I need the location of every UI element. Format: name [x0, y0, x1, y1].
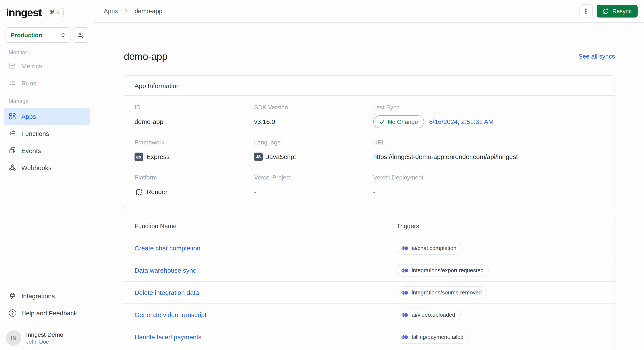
field-label: URL: [373, 139, 604, 145]
trigger-name: ai/video.uploaded: [412, 311, 455, 318]
field-value: ex Express: [134, 150, 254, 163]
check-icon: [379, 119, 385, 125]
framework-value: Express: [146, 152, 170, 162]
page-title: demo-app: [124, 51, 168, 62]
event-ripple-icon: [401, 334, 409, 340]
sidebar-item-label: Webhooks: [21, 164, 52, 171]
sidebar-item-integrations[interactable]: Integrations: [0, 287, 94, 304]
javascript-icon: JS: [254, 153, 263, 161]
event-ripple-icon: [401, 289, 409, 295]
last-sync-timestamp[interactable]: 8/16/2024, 2:51:31 AM: [429, 117, 494, 127]
metrics-chart-icon: [8, 62, 16, 70]
sidebar-item-webhooks[interactable]: Webhooks: [0, 159, 94, 176]
table-row: Handle failed payments billing/payment.f…: [124, 326, 614, 348]
logo-row: inngest ⌘ K: [0, 0, 94, 25]
functions-table-header: Function Name Triggers: [124, 215, 614, 237]
sidebar-spacer: [0, 176, 94, 287]
webhooks-nodes-icon: [8, 164, 16, 171]
inngest-logo: inngest: [6, 7, 42, 18]
runs-list-icon: [8, 79, 16, 87]
sidebar-item-functions[interactable]: Functions: [0, 125, 94, 142]
kebab-menu-icon: [582, 7, 589, 15]
trigger-name: integrations/export.requested: [412, 267, 484, 273]
table-row: Generate video transcript ai/video.uploa…: [124, 303, 614, 326]
field-value: Render: [134, 185, 254, 198]
field-language: Language JS JavaScript: [254, 139, 373, 163]
user-meta: Inngest Demo John Doe: [26, 331, 63, 345]
sidebar-item-help-feedback[interactable]: ? Help and Feedback: [0, 304, 94, 321]
sidebar-item-label: Apps: [21, 113, 36, 120]
column-function-name: Function Name: [124, 223, 397, 229]
field-label: Vercel Project: [254, 174, 373, 180]
app-information-card: App Information ID demo-app SDK Version …: [124, 75, 615, 208]
language-value: JavaScript: [266, 152, 296, 162]
field-label: ID: [134, 104, 254, 110]
page-title-row: demo-app See all syncs: [124, 50, 615, 63]
breadcrumb-apps[interactable]: Apps: [104, 8, 118, 15]
help-question-icon: ?: [8, 309, 16, 317]
environment-row: Production: [0, 27, 94, 43]
trigger-badge: integrations/source.removed: [397, 286, 487, 299]
badge-label: No Change: [388, 117, 418, 127]
chevron-right-icon: [123, 7, 130, 15]
table-row: Import data pipeline integrations/source…: [124, 348, 614, 350]
app-information-title: App Information: [124, 76, 614, 96]
table-row: Delete integration data integrations/sou…: [124, 281, 614, 303]
see-all-syncs-link[interactable]: See all syncs: [578, 53, 615, 60]
environment-settings-button[interactable]: [73, 27, 88, 43]
trigger-badge: billing/payment.failed: [397, 330, 469, 343]
main-area: Apps demo-app Resync: [94, 0, 644, 350]
sidebar-item-metrics[interactable]: Metrics: [0, 57, 94, 74]
environment-value: Production: [11, 32, 42, 39]
app-root: inngest ⌘ K Production Monitor Metrics: [0, 0, 644, 350]
trigger-badge: integrations/export.requested: [397, 264, 489, 277]
sidebar-item-runs[interactable]: Runs: [0, 74, 94, 92]
top-bar: Apps demo-app Resync: [94, 0, 644, 23]
trigger-name: billing/payment.failed: [412, 334, 464, 340]
trigger-name: integrations/source.removed: [412, 289, 482, 296]
sidebar-item-label: Integrations: [21, 292, 55, 299]
field-value: No Change 8/16/2024, 2:51:31 AM: [373, 115, 604, 128]
field-label: Last Sync: [373, 104, 604, 110]
no-change-badge: No Change: [373, 115, 424, 128]
filter-sliders-icon: [77, 32, 84, 39]
platform-value: Render: [146, 187, 168, 197]
user-profile[interactable]: IN Inngest Demo John Doe: [0, 326, 94, 350]
command-palette-shortcut[interactable]: ⌘ K: [46, 8, 64, 17]
field-label: Language: [254, 139, 373, 145]
function-link[interactable]: Data warehouse sync: [134, 266, 196, 274]
function-link[interactable]: Generate video transcript: [134, 311, 206, 318]
resync-button[interactable]: Resync: [596, 5, 638, 18]
field-url: URL https://inngest-demo-app.onrender.co…: [373, 139, 604, 163]
trigger-badge: ai/video.uploaded: [397, 308, 461, 321]
sidebar-item-apps[interactable]: Apps: [4, 108, 90, 125]
sidebar-item-label: Events: [21, 147, 41, 154]
breadcrumb-current: demo-app: [134, 8, 162, 15]
function-link[interactable]: Create chat completion: [134, 244, 200, 251]
function-link[interactable]: Handle failed payments: [134, 333, 202, 340]
sidebar-item-events[interactable]: Events: [0, 142, 94, 159]
sidebar-section-manage: Manage: [0, 97, 94, 105]
field-value: -: [254, 185, 373, 198]
field-value: JS JavaScript: [254, 150, 373, 163]
function-link[interactable]: Delete integration data: [134, 289, 199, 296]
field-framework: Framework ex Express: [134, 139, 254, 163]
field-vercel-deployment: Vercel Deployment -: [373, 174, 604, 198]
field-vercel-project: Vercel Project -: [254, 174, 373, 198]
user-name: John Doe: [26, 338, 63, 345]
more-options-button[interactable]: [579, 4, 593, 18]
functions-table-card: Function Name Triggers Create chat compl…: [124, 215, 615, 350]
field-label: SDK Version: [254, 104, 373, 110]
event-ripple-icon: [401, 312, 409, 318]
avatar: IN: [6, 330, 21, 346]
sidebar-item-label: Runs: [21, 79, 36, 87]
events-copy-icon: [8, 147, 16, 154]
trigger-badge: ai/chat.completion: [397, 242, 462, 254]
environment-select[interactable]: Production: [6, 27, 70, 43]
field-label: Platform: [134, 174, 254, 180]
field-value: v3.16.0: [254, 115, 373, 128]
functions-icon: [8, 130, 16, 137]
chevron-up-down-icon: [60, 32, 66, 38]
sidebar-item-label: Functions: [21, 130, 49, 137]
apps-grid-icon: [8, 112, 16, 120]
